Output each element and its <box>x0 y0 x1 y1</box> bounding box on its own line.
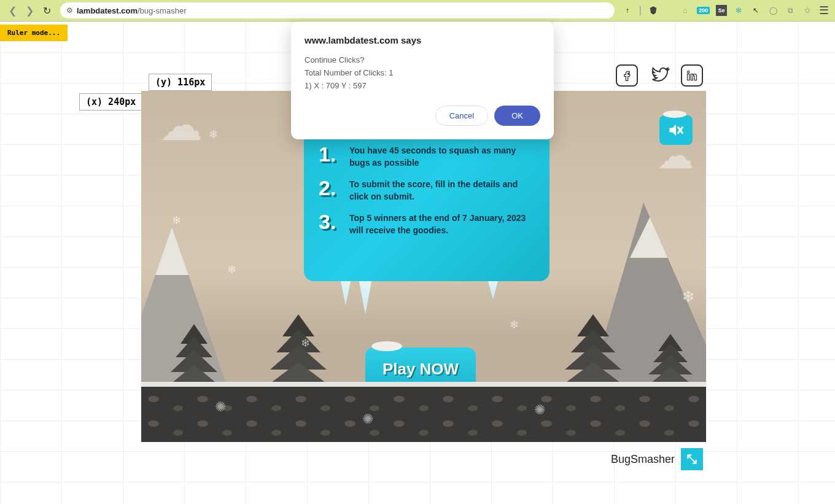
snowflake-icon: ❄ <box>510 318 519 331</box>
snowflake-icon: ❄ <box>301 336 310 350</box>
menu-icon[interactable]: ☰ <box>819 4 829 17</box>
game-footer: BugSmasher <box>611 448 703 470</box>
snowflake-icon: ❄ <box>682 287 695 306</box>
js-alert-dialog: www.lambdatest.com says Continue Clicks?… <box>291 21 554 139</box>
url-bar[interactable]: ⚙ lambdatest.com/bug-smasher <box>60 2 615 18</box>
puzzle-icon[interactable]: ⧉ <box>785 5 796 16</box>
browser-chrome: ❮ ❯ ↻ ⚙ lambdatest.com/bug-smasher ↑ | ⌂… <box>0 0 835 21</box>
ruler-x-left: (x) 240px <box>79 93 142 110</box>
extension-icon-blue[interactable]: ✻ <box>733 5 744 16</box>
alert-line-2: Total Number of Clicks: 1 <box>305 67 540 80</box>
social-links <box>616 64 703 88</box>
share-icon[interactable]: ↑ <box>622 5 633 16</box>
facebook-icon[interactable] <box>616 64 638 87</box>
rule-text: To submit the score, fill in the details… <box>349 176 535 203</box>
alert-title: www.lambdatest.com says <box>305 35 540 45</box>
rule-item: 2. To submit the score, fill in the deta… <box>319 176 535 203</box>
fullscreen-button[interactable] <box>681 448 703 470</box>
play-label: Play NOW <box>383 360 459 379</box>
game-canvas[interactable]: ☁ ☁ ❄ ❄ ❄ ❄ ❄ ❄ ❄ Things to keep in mind <box>141 91 706 442</box>
snowflake-icon: ❄ <box>209 128 218 141</box>
ruler-y-top: (y) 116px <box>149 74 212 91</box>
reload-button[interactable]: ↻ <box>41 4 53 17</box>
alert-cancel-button[interactable]: Cancel <box>435 106 488 126</box>
forward-button[interactable]: ❯ <box>23 4 36 17</box>
rule-text: Top 5 winners at the end of 7 January, 2… <box>349 210 535 236</box>
brave-shields-icon[interactable] <box>648 5 659 16</box>
circle-icon[interactable]: ◯ <box>767 5 779 16</box>
extension-icon-1[interactable]: ⌂ <box>680 5 691 16</box>
divider: | <box>639 5 642 16</box>
ground: ✺ ✺ ✺ <box>141 387 706 442</box>
back-button[interactable]: ❮ <box>6 4 18 17</box>
alert-line-3: 1) X : 709 Y : 597 <box>305 80 540 93</box>
alert-line-1: Continue Clicks? <box>305 54 540 67</box>
url-domain: lambdatest.com <box>77 6 138 15</box>
cloud-icon: ☁ <box>160 100 203 150</box>
rule-number: 2. <box>319 176 342 203</box>
twitter-icon[interactable] <box>649 64 670 88</box>
tree <box>645 341 696 388</box>
rule-item: 1. You have 45 seconds to squash as many… <box>319 142 535 169</box>
rule-text: You have 45 seconds to squash as many bu… <box>349 142 535 169</box>
url-path: /bug-smasher <box>138 6 186 15</box>
rule-number: 3. <box>319 210 342 236</box>
svg-rect-0 <box>688 74 689 80</box>
game-name-label: BugSmasher <box>611 453 675 466</box>
tree <box>559 322 627 388</box>
linkedin-icon[interactable] <box>681 64 703 87</box>
rule-item: 3. Top 5 winners at the end of 7 January… <box>319 210 535 236</box>
cursor-icon[interactable]: ↖ <box>750 5 761 16</box>
mute-button[interactable] <box>659 115 693 145</box>
tree <box>166 331 222 388</box>
ruler-mode-button[interactable]: Ruler mode... <box>0 25 68 41</box>
tree <box>264 322 333 388</box>
star-icon[interactable]: ✩ <box>802 5 813 16</box>
alert-ok-button[interactable]: OK <box>494 106 540 126</box>
rule-number: 1. <box>319 142 342 169</box>
snowflake-icon: ❄ <box>227 263 236 276</box>
svg-point-1 <box>688 71 689 73</box>
snowflake-icon: ❄ <box>172 214 181 227</box>
selenium-icon[interactable]: Se <box>716 5 727 16</box>
site-tune-icon: ⚙ <box>66 6 73 15</box>
extension-badge-200[interactable]: 200 <box>697 7 710 14</box>
